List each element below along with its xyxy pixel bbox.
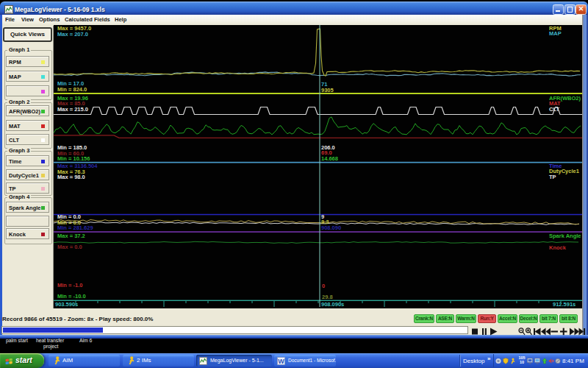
svg-text:W: W <box>278 357 284 364</box>
